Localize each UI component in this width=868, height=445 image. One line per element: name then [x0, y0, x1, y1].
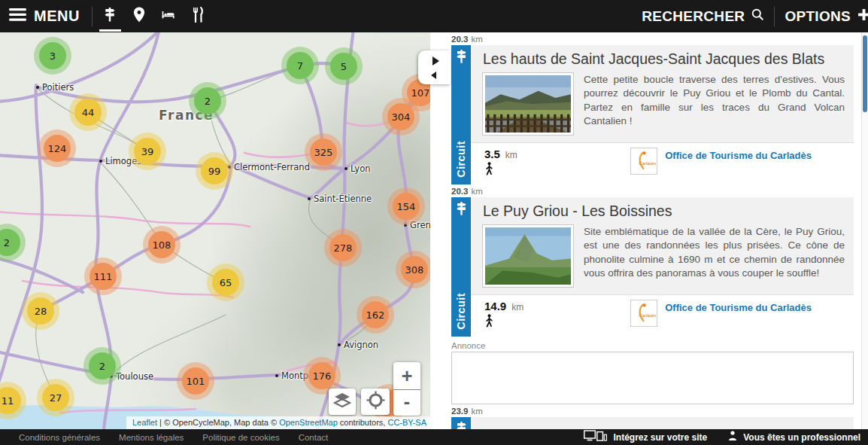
city-dot — [36, 86, 39, 89]
map-cluster-154[interactable]: 154 — [393, 193, 420, 220]
map-cluster-2[interactable]: 2 — [194, 87, 221, 114]
map-cluster-101[interactable]: 101 — [182, 367, 209, 395]
map-cluster-308[interactable]: 308 — [401, 256, 428, 283]
map-cluster-3[interactable]: 3 — [39, 42, 66, 69]
result-distance-label: 23.9km — [451, 407, 854, 416]
result-list: 20.3kmCircuitLes hauts de Saint Jacques-… — [451, 32, 854, 429]
map-cluster-325[interactable]: 325 — [310, 139, 337, 166]
signpost-icon — [103, 7, 117, 26]
footer-link-politique-de-cookies[interactable]: Politique de cookies — [202, 433, 279, 442]
map-locate-button[interactable] — [361, 389, 390, 415]
scrollbar-thumb[interactable] — [863, 35, 867, 112]
result-description: Cette petite boucle traverse des terres … — [584, 73, 846, 135]
category-bar: Circuit — [451, 197, 471, 337]
ad-label: Annonce — [451, 341, 854, 350]
map-pin-icon — [132, 7, 146, 26]
map-cluster-2[interactable]: 2 — [89, 352, 116, 379]
result-card[interactable]: CircuitLe Puy Griou - Les BoissinesSite … — [451, 197, 854, 337]
city-dot — [344, 167, 348, 170]
professional-button[interactable]: Vous êtes un professionnel — [728, 431, 860, 443]
card-footer: 14.9kmCarladèsOffice de Tourisme du Carl… — [471, 294, 854, 337]
attribution-link[interactable]: CC-BY-SA — [387, 418, 426, 427]
card-content: Les hauts de Saint Jacques-Saint Jacques… — [471, 45, 854, 142]
result-title[interactable]: Le Puy Griou - Les Boissines — [483, 203, 846, 220]
provider-block: CarladèsOffice de Tourisme du Carladès — [630, 148, 812, 179]
attribution-link[interactable]: OpenStreetMap — [279, 418, 338, 427]
city-name: Saint-Étienne — [314, 194, 372, 204]
result-title[interactable]: Les hauts de Saint Jacques-Saint Jacques… — [483, 50, 846, 68]
trail-length-value: 3.5 — [484, 148, 500, 160]
result-thumbnail[interactable] — [483, 73, 573, 135]
tab-lodging[interactable] — [154, 0, 184, 32]
footer-link-conditions-g-n-rales[interactable]: Conditions générales — [19, 433, 100, 442]
distance-value: 20.3 — [451, 35, 468, 44]
city-dot — [99, 160, 102, 163]
card-content: Le Puy Griou - Les BoissinesSite embléma… — [471, 197, 854, 294]
embed-site-button[interactable]: Intégrez sur votre site — [584, 430, 707, 445]
options-label: OPTIONS — [785, 8, 851, 25]
arrow-right-icon[interactable] — [432, 56, 439, 66]
map-cluster-5[interactable]: 5 — [330, 53, 357, 80]
signpost-icon — [455, 49, 468, 67]
walking-icon — [484, 314, 524, 331]
hamburger-icon — [9, 8, 26, 24]
trail-length: 3.5km — [484, 148, 517, 179]
provider-logo[interactable]: Carladès — [630, 148, 657, 175]
map-cluster-65[interactable]: 65 — [212, 269, 239, 296]
topbar-right: RECHERCHER OPTIONS — [632, 0, 868, 32]
zoom-in-button[interactable]: + — [393, 363, 420, 389]
tab-trails[interactable] — [96, 0, 125, 32]
result-card-partial[interactable] — [451, 417, 854, 429]
category-label: Circuit — [455, 141, 467, 178]
provider-link[interactable]: Office de Tourisme du Carladès — [665, 150, 812, 161]
trail-length-unit: km — [511, 302, 524, 312]
map-cluster-162[interactable]: 162 — [362, 301, 389, 328]
city-dot — [228, 166, 231, 169]
provider-logo[interactable]: Carladès — [630, 300, 657, 327]
attribution-link[interactable]: Leaflet — [132, 418, 157, 427]
footer-right: Intégrez sur votre site Vous êtes un pro… — [584, 430, 860, 445]
zoom-out-button[interactable]: - — [393, 389, 420, 416]
result-thumbnail[interactable] — [483, 225, 573, 287]
options-button[interactable]: OPTIONS — [775, 8, 868, 25]
restaurant-icon — [191, 7, 205, 26]
result-card[interactable]: CircuitLes hauts de Saint Jacques-Saint … — [451, 45, 854, 184]
tab-places[interactable] — [125, 0, 154, 32]
map-cluster-39[interactable]: 39 — [134, 138, 161, 165]
footer-link-contact[interactable]: Contact — [299, 433, 329, 442]
map-cluster-108[interactable]: 108 — [148, 231, 175, 258]
menu-button[interactable]: MENU — [0, 8, 92, 25]
city-name: Lyon — [351, 163, 370, 174]
city-dot — [404, 224, 407, 227]
topbar-separator — [92, 7, 93, 26]
footer-link-mentions-l-gales[interactable]: Mentions légales — [119, 433, 184, 442]
result-distance-label: 20.3km — [451, 35, 854, 44]
map-cluster-124[interactable]: 124 — [44, 135, 71, 162]
map-cluster-176[interactable]: 176 — [308, 362, 335, 389]
map-city-avignon: Avignon — [338, 340, 378, 350]
layers-icon — [333, 392, 351, 412]
search-label: RECHERCHER — [642, 8, 745, 25]
map-cluster-44[interactable]: 44 — [74, 99, 102, 126]
panel-scrollbar[interactable] — [861, 32, 868, 429]
panel-collapse-tab[interactable] — [418, 50, 451, 84]
trail-length: 14.9km — [484, 300, 524, 331]
signpost-icon — [455, 421, 468, 429]
map-cluster-27[interactable]: 27 — [42, 384, 69, 411]
card-footer: 3.5kmCarladèsOffice de Tourisme du Carla… — [471, 142, 854, 184]
map-canvas[interactable]: France PoitiersLimogesClermont-FerrandLy… — [0, 32, 430, 429]
city-name: Avignon — [344, 340, 378, 350]
map-cluster-99[interactable]: 99 — [201, 157, 228, 184]
map-cluster-278[interactable]: 278 — [329, 234, 357, 261]
arrow-left-icon[interactable] — [431, 72, 436, 79]
map-cluster-304[interactable]: 304 — [387, 103, 414, 130]
search-button[interactable]: RECHERCHER — [632, 8, 774, 25]
map-cluster-111[interactable]: 111 — [90, 263, 117, 290]
map-cluster-7[interactable]: 7 — [287, 52, 314, 79]
city-name: Toulouse — [116, 371, 153, 382]
map-cluster-28[interactable]: 28 — [27, 297, 54, 325]
map-layers-button[interactable] — [329, 389, 356, 415]
provider-link[interactable]: Office de Tourisme du Carladès — [665, 302, 812, 313]
map-city-grenoble: Grenoble — [404, 220, 430, 230]
tab-restaurants[interactable] — [184, 0, 213, 32]
